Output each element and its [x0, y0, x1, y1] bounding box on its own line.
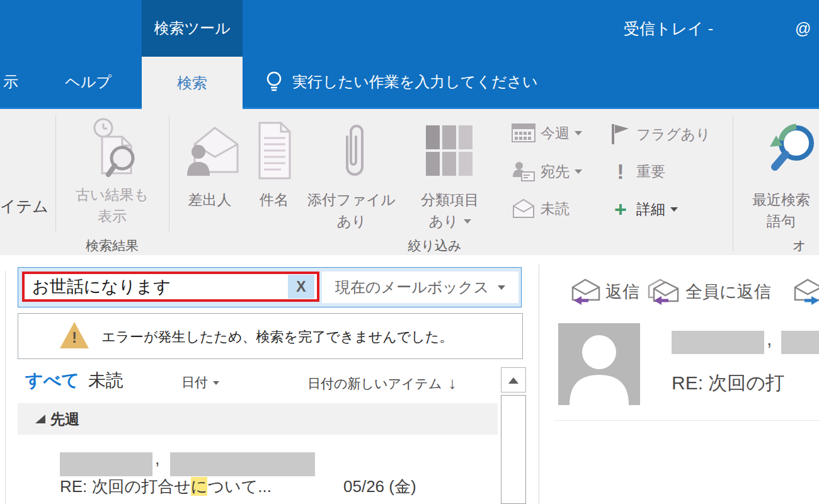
ribbon-separator: [733, 115, 733, 251]
dropdown-caret-icon: [213, 381, 219, 388]
warning-icon: !: [60, 322, 89, 348]
reply-icon: [569, 278, 602, 305]
this-week-button[interactable]: 今週: [512, 123, 582, 143]
plus-icon: +: [610, 197, 631, 222]
tell-me-box[interactable]: 実行したい作業を入力してください: [265, 57, 538, 107]
sort-by-label: 日付: [181, 374, 208, 391]
ribbon-separator: [55, 115, 56, 232]
reply-button[interactable]: 返信: [569, 278, 639, 305]
important-label: 重要: [636, 162, 665, 181]
ribbon: イテム 古い結果も 表示 検索結果: [0, 107, 819, 255]
paperclip-icon: [339, 118, 364, 183]
categories-grid-icon: [425, 122, 475, 180]
include-older-results-button[interactable]: 古い結果も 表示: [60, 113, 164, 236]
sort-by-dropdown[interactable]: 日付: [181, 374, 219, 391]
tell-me-label: 実行したい作業を入力してください: [292, 72, 538, 92]
filter-tab-all[interactable]: すべて: [25, 369, 79, 392]
title-bar: 検索ツール 受信トレイ - @: [0, 0, 819, 57]
recent-searches-label-2: 語句: [743, 211, 819, 231]
dropdown-caret-icon: [670, 207, 678, 215]
sender-comma: ,: [155, 449, 160, 469]
warning-message: エラーが発生したため、検索を完了できませんでした。: [101, 314, 453, 360]
recent-searches-button[interactable]: 最近検索 語句: [743, 113, 819, 236]
recent-searches-icon: [769, 119, 818, 182]
categorized-label-1: 分類項目: [402, 190, 498, 210]
subject-button[interactable]: 件名: [247, 113, 301, 236]
important-button[interactable]: ! 重要: [610, 159, 665, 184]
search-scope-dropdown[interactable]: 現在のメールボックス: [322, 272, 518, 303]
more-button[interactable]: + 詳細: [610, 197, 678, 222]
dropdown-caret-icon: [498, 285, 505, 294]
recipient-comma: ,: [767, 328, 772, 350]
reading-pane-subject: RE: 次回の打: [672, 370, 784, 396]
group-label-refine: 絞り込み: [302, 237, 567, 255]
search-input[interactable]: お世話になります X: [22, 272, 319, 302]
content-area: お世話になります X 現在のメールボックス ! エラーが発生したため、検索を完了…: [0, 255, 819, 504]
ribbon-separator: [169, 115, 169, 232]
email-subject: RE: 次回の打合せについて...: [60, 476, 272, 498]
pane-splitter[interactable]: [539, 265, 539, 504]
window-title: 受信トレイ -: [624, 0, 713, 57]
sort-order-button[interactable]: 日付の新しいアイテム ↓: [307, 374, 456, 393]
sender-avatar: [558, 323, 640, 405]
calendar-icon: [512, 123, 536, 143]
flagged-label: フラグあり: [636, 125, 711, 144]
recent-searches-label-1: 最近検索: [743, 190, 819, 210]
contextual-tab-header: 検索ツール: [142, 0, 243, 57]
window-title-at: @: [795, 0, 811, 57]
clear-search-button[interactable]: X: [288, 275, 314, 299]
has-attachments-label-2: あり: [302, 211, 401, 231]
redacted-recipient-2: [781, 331, 819, 354]
from-label: 差出人: [175, 190, 244, 210]
search-error-banner: ! エラーが発生したため、検索を完了できませんでした。: [18, 313, 523, 359]
search-box-container: お世話になります X 現在のメールボックス: [18, 267, 522, 307]
has-attachments-button[interactable]: 添付ファイル あり: [302, 113, 401, 236]
reply-all-label: 全員に返信: [685, 280, 771, 303]
tab-view-partial[interactable]: 示: [0, 57, 21, 107]
tab-search[interactable]: 検索: [142, 57, 243, 109]
email-date: 05/26 (金): [343, 476, 416, 498]
filter-tab-unread[interactable]: 未読: [88, 369, 123, 392]
scrollbar-thumb[interactable]: [501, 395, 526, 504]
tab-help[interactable]: ヘルプ: [60, 57, 117, 107]
subject-icon: [256, 120, 294, 181]
dropdown-caret-icon: [464, 219, 471, 227]
to-button[interactable]: 宛先: [512, 161, 582, 182]
more-label: 詳細: [636, 200, 665, 219]
reply-all-button[interactable]: 全員に返信: [646, 278, 771, 305]
scrollbar-up-button[interactable]: [501, 367, 526, 392]
redacted-recipient-1: [672, 331, 764, 354]
reading-pane-divider: [554, 420, 819, 421]
older-results-label-1: 古い結果も: [60, 185, 164, 205]
reply-label: 返信: [605, 280, 639, 303]
unread-button[interactable]: 未読: [512, 198, 570, 219]
group-header-label: 先週: [50, 410, 79, 429]
flag-icon: [610, 123, 631, 146]
unread-envelope-icon: [512, 198, 536, 219]
search-query-text: お世話になります: [32, 275, 288, 298]
person-silhouette-icon: [558, 323, 640, 405]
email-list-item[interactable]: , RE: 次回の打合せについて... 05/26 (金): [18, 438, 498, 504]
sort-direction-arrow: ↓: [448, 374, 456, 393]
flagged-button[interactable]: フラグあり: [610, 123, 711, 146]
subject-label: 件名: [247, 190, 301, 210]
redacted-sender-2: [170, 452, 315, 476]
all-items-button-partial[interactable]: イテム: [0, 196, 49, 217]
outlook-window: 検索ツール 受信トレイ - @ 示 ヘルプ 検索 実行したい作業を入力してくださ…: [0, 0, 819, 504]
scroll-up-arrow-icon: [508, 372, 518, 384]
categorized-label-2: あり: [402, 211, 498, 231]
redacted-sender-1: [60, 452, 152, 476]
from-button[interactable]: 差出人: [175, 113, 244, 236]
forward-button[interactable]: [791, 278, 819, 305]
has-attachments-label-1: 添付ファイル: [302, 190, 401, 210]
dropdown-caret-icon: [575, 131, 582, 139]
search-match-highlight: に: [191, 477, 208, 496]
lightbulb-icon: [265, 71, 284, 93]
list-group-header[interactable]: 先週: [18, 403, 498, 435]
group-expand-icon: [35, 415, 45, 423]
categorized-button[interactable]: 分類項目 あり: [402, 113, 498, 236]
dropdown-caret-icon: [575, 169, 582, 178]
contextual-tab-label: 検索ツール: [154, 18, 230, 38]
sort-order-label: 日付の新しいアイテム: [307, 375, 442, 392]
list-scrollbar[interactable]: [501, 367, 526, 504]
